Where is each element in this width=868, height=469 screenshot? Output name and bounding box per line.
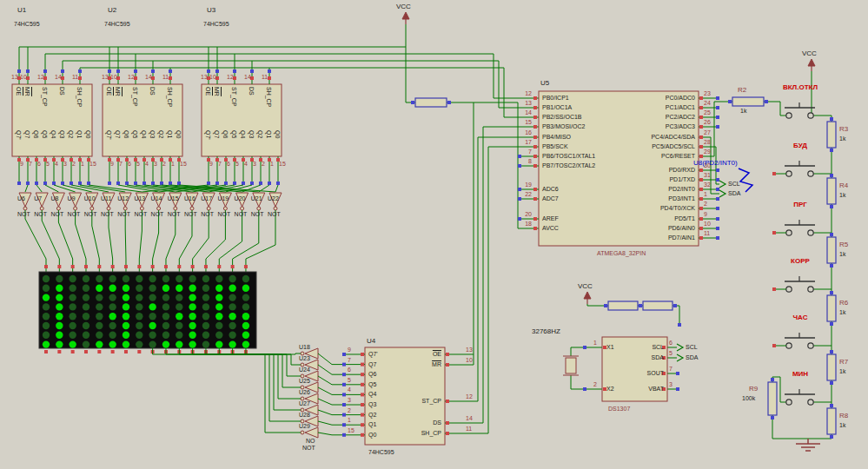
- pin-name: Q3: [59, 130, 65, 138]
- junction-red: [533, 188, 537, 191]
- led-dot-off: [69, 275, 76, 282]
- junction-red: [533, 106, 537, 109]
- pin-name: Q0: [176, 130, 182, 138]
- led-dot-on: [149, 303, 156, 310]
- resistor-pullup-1[interactable]: [608, 301, 638, 310]
- wire: [58, 210, 72, 272]
- sda-terminal-label: SDA: [728, 190, 740, 196]
- wire: [318, 353, 346, 365]
- resistor-unlabeled[interactable]: [415, 98, 447, 107]
- junction-blue: [771, 378, 774, 381]
- sda-terminal-icon[interactable]: [677, 354, 683, 361]
- resistor-r3[interactable]: [827, 122, 836, 148]
- scl-terminal-icon[interactable]: [677, 344, 683, 351]
- junction-blue: [342, 403, 346, 406]
- junction-red: [361, 423, 364, 426]
- junction-red: [361, 413, 364, 417]
- button-minutes[interactable]: [782, 386, 818, 409]
- led-dot-on: [242, 340, 249, 347]
- pin-name: Q7: [24, 130, 30, 138]
- chip-ref: U5: [540, 80, 549, 87]
- junction-red: [699, 178, 703, 182]
- button-terminal-icon: [808, 113, 813, 118]
- junction-blue: [116, 69, 120, 73]
- pin-number: 4: [55, 161, 58, 167]
- pin-number: 22: [518, 191, 532, 197]
- junction-red: [446, 363, 449, 367]
- led-dot-off: [229, 322, 235, 329]
- junction-blue: [61, 182, 64, 185]
- gate-ref: U6: [17, 195, 25, 201]
- junction-red: [97, 265, 101, 268]
- button-label: ВКЛ.ОТКЛ: [773, 84, 827, 91]
- junction-red: [772, 231, 776, 234]
- scl-terminal-label: SCL: [728, 181, 740, 187]
- junction-red: [361, 363, 364, 367]
- pin-name: Q7': [368, 351, 378, 357]
- led-dot-on: [189, 332, 195, 339]
- pin-name: PB0/ICP1: [542, 95, 569, 101]
- led-dot-off: [96, 275, 103, 282]
- pin-number: 13: [518, 100, 532, 106]
- led-dot-off: [202, 340, 209, 347]
- crystal[interactable]: [566, 358, 576, 373]
- pin-name: PC2/ADC2: [615, 114, 695, 120]
- led-dot-off: [149, 313, 156, 320]
- resistor-r6[interactable]: [827, 295, 836, 321]
- junction-blue: [342, 373, 346, 376]
- button-hours[interactable]: [782, 330, 818, 353]
- wire: [571, 347, 585, 356]
- led-dot-on: [43, 340, 50, 347]
- button-prog[interactable]: [782, 217, 818, 240]
- resistor-r9[interactable]: [768, 382, 777, 415]
- pin-number: 15: [348, 427, 354, 433]
- resistor-r5[interactable]: [827, 237, 836, 263]
- button-corr[interactable]: [782, 274, 818, 296]
- junction-blue: [518, 197, 521, 201]
- junction-blue: [716, 178, 719, 182]
- vcc-terminal-icon[interactable]: [808, 59, 815, 66]
- junction-blue: [716, 125, 719, 129]
- led-dot-off: [189, 275, 195, 282]
- button-on-off[interactable]: [782, 100, 818, 122]
- led-dot-on: [123, 285, 129, 292]
- pin-name: PC1/ADC1: [615, 104, 695, 110]
- wire: [764, 102, 786, 116]
- junction-red: [699, 236, 703, 240]
- resistor-r4[interactable]: [827, 178, 836, 204]
- junction-red: [699, 207, 703, 210]
- gate-type: NOT: [217, 211, 230, 217]
- led-dot-off: [83, 303, 89, 310]
- resistor-r8[interactable]: [827, 408, 836, 434]
- led-dot-off: [69, 332, 76, 339]
- button-alarm[interactable]: [782, 158, 818, 181]
- button-terminal-icon: [808, 400, 813, 405]
- pin-number: 27: [704, 129, 711, 135]
- pin-name: VBAT: [619, 386, 664, 392]
- chip-ref: U3: [207, 7, 215, 14]
- led-dot-off: [202, 294, 209, 301]
- pin-name: Q5: [132, 130, 138, 138]
- junction-blue: [716, 188, 719, 191]
- pin-name: OE: [16, 87, 22, 96]
- junction-blue: [716, 227, 719, 230]
- pin-name: AVCC: [542, 225, 559, 231]
- led-dot-on: [109, 313, 116, 320]
- vcc-terminal-icon[interactable]: [584, 292, 591, 299]
- junction-red: [124, 265, 128, 268]
- scl-terminal-icon[interactable]: [719, 181, 726, 188]
- button-label: ЧАС: [773, 314, 827, 321]
- resistor-r7[interactable]: [827, 354, 836, 380]
- resistor-r2[interactable]: [732, 97, 764, 106]
- pin-number: 25: [704, 109, 711, 116]
- pin-number: 4: [145, 161, 149, 167]
- pin-name: ADC6: [542, 186, 559, 192]
- wire: [772, 415, 808, 439]
- junction-blue: [224, 182, 228, 185]
- resistor-pullup-2[interactable]: [643, 301, 673, 310]
- sda-terminal-icon[interactable]: [719, 190, 726, 197]
- junction-blue: [215, 182, 219, 185]
- button-terminal-icon: [786, 113, 792, 118]
- vcc-terminal-icon[interactable]: [402, 12, 409, 19]
- pin-number: 6: [37, 161, 41, 167]
